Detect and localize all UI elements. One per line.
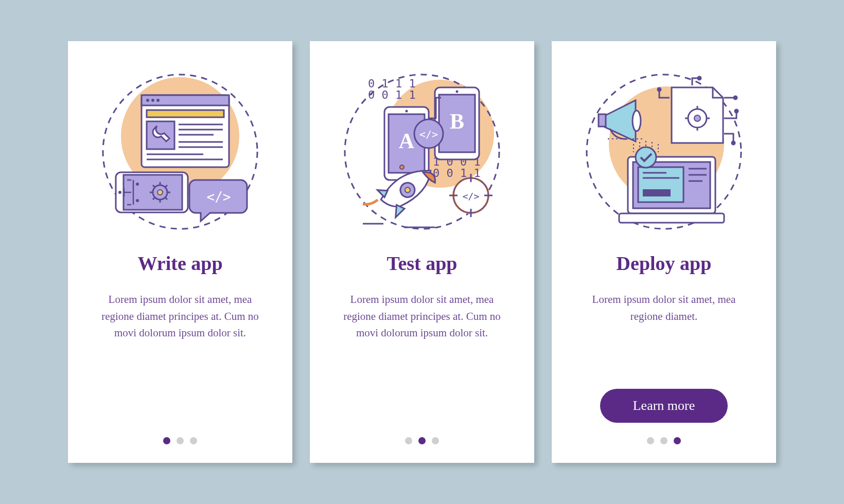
learn-more-button[interactable]: Learn more <box>600 389 728 423</box>
write-app-illustration: </> <box>95 67 265 237</box>
dot-3[interactable] <box>432 437 439 444</box>
svg-rect-79 <box>643 189 671 196</box>
svg-text:A: A <box>399 129 415 153</box>
svg-text:</>: </> <box>207 189 231 205</box>
dot-2[interactable] <box>177 437 184 444</box>
card-description: Lorem ipsum dolor sit amet, mea regione … <box>330 291 514 437</box>
onboarding-card-test: 0 1 1 1 0 0 1 1 1 0 0 1 0 0 1 1 B A </> <box>310 41 534 463</box>
deploy-app-illustration <box>579 67 749 237</box>
svg-point-63 <box>632 111 641 131</box>
pagination-dots <box>647 437 681 447</box>
svg-text:0 0 1 1: 0 0 1 1 <box>368 88 416 101</box>
svg-point-6 <box>156 99 160 102</box>
dot-1[interactable] <box>647 437 654 444</box>
card-title: Deploy app <box>617 252 712 275</box>
svg-text:</>: </> <box>419 128 438 140</box>
svg-rect-62 <box>599 114 606 127</box>
svg-point-72 <box>732 141 735 145</box>
card-description: Lorem ipsum dolor sit amet, mea regione … <box>89 291 272 437</box>
onboarding-card-deploy: Deploy app Lorem ipsum dolor sit amet, m… <box>552 41 776 463</box>
svg-point-5 <box>151 99 154 102</box>
svg-point-85 <box>636 147 656 168</box>
card-title: Test app <box>387 252 458 275</box>
svg-point-71 <box>735 110 738 113</box>
svg-point-18 <box>118 191 121 194</box>
svg-point-4 <box>146 99 149 102</box>
svg-point-45 <box>406 110 408 113</box>
svg-point-70 <box>734 96 737 99</box>
dot-3[interactable] <box>674 437 681 444</box>
dot-2[interactable] <box>418 437 426 444</box>
svg-rect-77 <box>619 213 724 223</box>
svg-point-29 <box>136 183 139 186</box>
svg-text:</>: </> <box>463 191 480 202</box>
dot-2[interactable] <box>660 437 667 444</box>
svg-point-46 <box>400 165 404 169</box>
svg-rect-3 <box>142 95 229 105</box>
svg-point-30 <box>136 199 139 202</box>
svg-point-41 <box>456 91 459 93</box>
test-app-illustration: 0 1 1 1 0 0 1 1 1 0 0 1 0 0 1 1 B A </> <box>337 67 507 237</box>
svg-point-74 <box>698 77 701 80</box>
svg-point-20 <box>157 190 163 195</box>
svg-text:B: B <box>450 110 464 133</box>
card-description: Lorem ipsum dolor sit amet, mea regione … <box>572 291 755 389</box>
pagination-dots <box>163 437 197 447</box>
dot-1[interactable] <box>405 437 412 444</box>
dot-1[interactable] <box>163 437 170 444</box>
svg-rect-7 <box>147 110 224 117</box>
pagination-dots <box>405 437 439 447</box>
svg-point-73 <box>658 88 661 91</box>
dot-3[interactable] <box>190 437 197 444</box>
onboarding-card-write: </> Write app Lorem ipsum dolor sit amet… <box>68 41 292 463</box>
svg-point-65 <box>694 115 700 121</box>
card-title: Write app <box>137 252 222 275</box>
